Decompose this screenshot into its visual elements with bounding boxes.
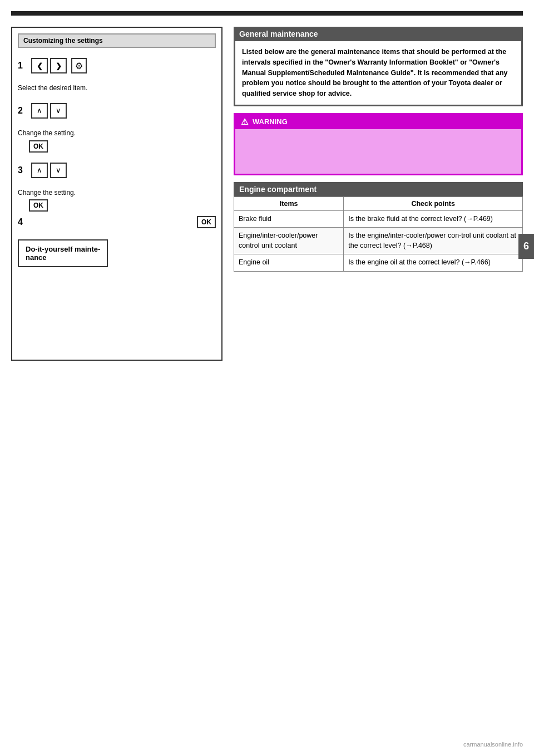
check-engine-oil: Is the engine oil at the correct level? … (344, 254, 523, 272)
check-engine-coolant: Is the engine/inter-cooler/power con-tro… (344, 228, 523, 254)
gear-settings-btn[interactable]: ⚙ (71, 58, 87, 73)
step-2-up-btn[interactable]: ∧ (31, 103, 48, 119)
left-header-text: Customizing the settings (23, 37, 103, 45)
step-1-number: 1 (18, 61, 27, 71)
step-2: 2 ∧ ∨ (18, 103, 216, 119)
item-engine-coolant-text: Engine/inter-cooler/power control unit c… (239, 232, 318, 249)
col-check-label: Check points (411, 200, 455, 208)
check-engine-oil-text: Is the engine oil at the correct level? … (348, 258, 490, 266)
step-2-buttons: ∧ ∨ (31, 103, 67, 119)
check-brake-fluid: Is the brake fluid at the correct level?… (344, 210, 523, 228)
table-row: Brake fluid Is the brake fluid at the co… (234, 210, 523, 228)
step-1-row: 1 ❮ ❯ ⚙ (18, 58, 216, 93)
step-4-row: 4 OK (18, 216, 216, 228)
step-3-number: 3 (18, 165, 27, 175)
check-brake-fluid-text: Is the brake fluid at the correct level?… (348, 215, 493, 223)
diy-line2: nance (26, 253, 100, 262)
ok-after-step3: OK (29, 199, 216, 212)
right-column: General maintenance Listed below are the… (234, 27, 523, 361)
diy-line1: Do-it-yourself mainte- (26, 245, 100, 253)
engine-compartment-header: Engine compartment (234, 182, 523, 197)
chevron-up-icon: ∧ (37, 106, 42, 115)
ok-btn-2[interactable]: OK (29, 140, 48, 153)
warning-content (235, 129, 521, 174)
ok-btn-4[interactable]: OK (197, 216, 216, 228)
col-items-label: Items (280, 200, 298, 208)
step-2-text: Change the setting. (18, 129, 76, 137)
footer-watermark: carmanualsonline.info (463, 741, 523, 748)
item-engine-coolant: Engine/inter-cooler/power control unit c… (234, 228, 344, 254)
left-column: Customizing the settings 1 ❮ ❯ (11, 27, 222, 361)
page-container: 6 Customizing the settings 1 ❮ (0, 0, 534, 756)
step-1-text: Select the desired item. (18, 84, 87, 92)
step-2-row: 2 ∧ ∨ Change the setting. (18, 103, 216, 138)
step-2-label: Change the setting. (18, 129, 216, 138)
item-engine-oil: Engine oil (234, 254, 344, 272)
general-maintenance-text: Listed below are the general maintenance… (242, 48, 508, 97)
warning-triangle-icon: ⚠ (241, 117, 248, 127)
watermark-text: carmanualsonline.info (463, 741, 523, 748)
general-maintenance-body: Listed below are the general maintenance… (234, 41, 523, 106)
chevron-down-icon-2: ∨ (56, 166, 61, 174)
warning-header: ⚠ WARNING (235, 115, 521, 129)
left-column-inner: Customizing the settings 1 ❮ ❯ (11, 27, 222, 361)
table-row: Engine/inter-cooler/power control unit c… (234, 228, 523, 254)
step-1-label: Select the desired item. (18, 84, 216, 93)
main-content: Customizing the settings 1 ❮ ❯ (11, 27, 523, 361)
top-bar (11, 11, 523, 16)
chevron-up-icon-2: ∧ (37, 166, 42, 174)
general-maintenance-title: General maintenance (239, 30, 318, 38)
engine-compartment-title: Engine compartment (239, 185, 317, 194)
chevron-left-icon: ❮ (37, 62, 43, 70)
col-header-items: Items (234, 197, 344, 210)
step-2-number: 2 (18, 106, 27, 116)
step-1-buttons: ❮ ❯ ⚙ (31, 58, 87, 73)
item-brake-fluid-text: Brake fluid (239, 215, 271, 223)
general-maintenance-header: General maintenance (234, 27, 523, 41)
step-2-down-btn[interactable]: ∨ (50, 103, 67, 119)
step-1-right-btn[interactable]: ❯ (50, 58, 67, 73)
gear-icon: ⚙ (75, 61, 83, 71)
item-brake-fluid: Brake fluid (234, 210, 344, 228)
step-3-down-btn[interactable]: ∨ (50, 163, 67, 178)
left-header: Customizing the settings (18, 33, 216, 48)
chapter-number: 6 (523, 240, 529, 252)
ok-after-step2: OK (29, 140, 216, 153)
diy-box: Do-it-yourself mainte- nance (18, 239, 108, 267)
maintenance-table: Items Check points Brake fluid Is the br (234, 197, 523, 272)
step-1-left-btn[interactable]: ❮ (31, 58, 48, 73)
table-row: Engine oil Is the engine oil at the corr… (234, 254, 523, 272)
chevron-down-icon: ∨ (56, 106, 61, 115)
item-engine-oil-text: Engine oil (239, 258, 269, 266)
step-3-row: 3 ∧ ∨ Change the setting. (18, 163, 216, 198)
step-3-text: Change the setting. (18, 189, 76, 197)
col-header-check-points: Check points (344, 197, 523, 210)
step-3: 3 ∧ ∨ (18, 163, 216, 178)
step-1: 1 ❮ ❯ ⚙ (18, 58, 216, 73)
chapter-tab: 6 (518, 234, 534, 259)
warning-title: WARNING (253, 117, 288, 126)
step-3-buttons: ∧ ∨ (31, 163, 67, 178)
warning-box: ⚠ WARNING (234, 113, 523, 175)
step-4-number: 4 (18, 217, 27, 227)
check-engine-coolant-text: Is the engine/inter-cooler/power con-tro… (348, 232, 516, 249)
step-3-label: Change the setting. (18, 188, 216, 198)
chevron-right-icon: ❯ (56, 62, 62, 70)
step-3-up-btn[interactable]: ∧ (31, 163, 48, 178)
ok-btn-3[interactable]: OK (29, 199, 48, 212)
